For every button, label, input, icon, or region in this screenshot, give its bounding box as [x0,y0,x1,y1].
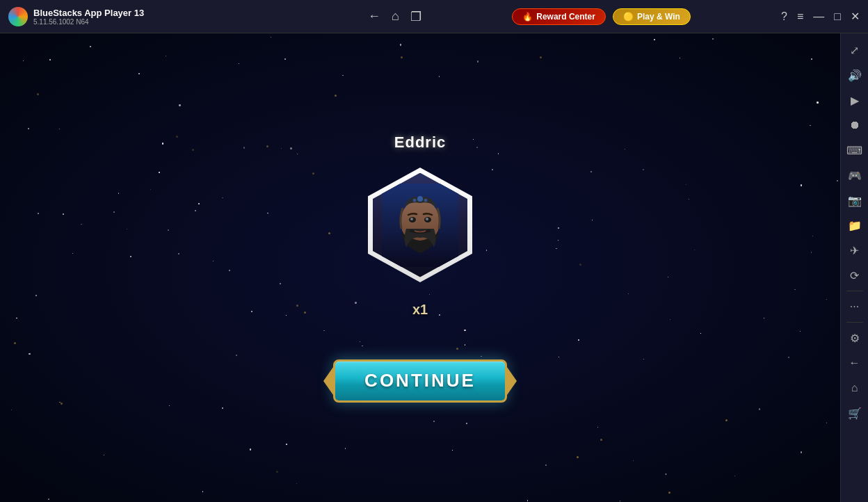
gamepad-sidebar-icon[interactable]: 🎮 [844,164,866,186]
play-win-button[interactable]: 🟡 Play & Win [613,8,691,25]
folder-sidebar-icon[interactable]: 📁 [844,214,866,236]
camera-sidebar-icon[interactable]: 📷 [844,189,866,211]
fullscreen-sidebar-icon[interactable]: ⤢ [844,39,866,61]
maximize-icon[interactable]: □ [834,10,841,23]
top-bar-center: 🔥 Reward Center 🟡 Play & Win [430,8,773,25]
character-portrait [382,184,458,267]
settings-sidebar-icon[interactable]: ⚙ [844,327,866,349]
continue-button[interactable]: CONTINUE [333,359,507,403]
menu-icon[interactable]: ≡ [797,10,803,23]
continue-button-label: CONTINUE [364,370,476,391]
app-subtitle: 5.11.56.1002 N64 [33,18,144,26]
home-sidebar-icon[interactable]: ⌂ [844,377,866,399]
help-icon[interactable]: ? [781,10,787,23]
top-bar-nav: ← ⌂ ❐ [360,9,430,24]
sidebar-divider [846,291,863,291]
more-sidebar-icon[interactable]: ··· [844,295,866,318]
continue-right-arrow [507,367,517,395]
bluestacks-logo [8,7,28,26]
top-bar-left: BlueStacks App Player 13 5.11.56.1002 N6… [0,7,360,26]
main-game-area: Eddric [0,33,840,502]
top-bar-right: ? ≡ — □ ✕ [773,10,868,23]
fire-icon: 🔥 [522,12,533,22]
back-nav-icon[interactable]: ← [368,9,380,24]
svg-point-8 [413,198,417,202]
svg-point-6 [426,218,428,220]
store-sidebar-icon[interactable]: 🛒 [844,402,866,424]
app-title: BlueStacks App Player 13 [33,8,144,18]
reward-center-label: Reward Center [536,12,595,22]
minimize-icon[interactable]: — [813,10,824,23]
continue-left-arrow [323,367,333,395]
multitask-nav-icon[interactable]: ❐ [410,9,421,24]
character-card [364,163,476,288]
home-nav-icon[interactable]: ⌂ [392,9,399,24]
top-bar: BlueStacks App Player 13 5.11.56.1002 N6… [0,0,868,33]
keyboard-sidebar-icon[interactable]: ⌨ [844,139,866,161]
volume-sidebar-icon[interactable]: 🔊 [844,64,866,86]
character-name: Eddric [394,133,446,152]
reward-center-button[interactable]: 🔥 Reward Center [512,8,606,25]
play-win-label: Play & Win [637,12,680,22]
coin-icon: 🟡 [623,12,634,22]
record-sidebar-icon[interactable]: ⏺ [844,114,866,136]
hex-inner [373,173,467,277]
play-sidebar-icon[interactable]: ▶ [844,89,866,111]
sidebar-divider-2 [846,322,863,323]
quantity-label: x1 [412,302,428,318]
right-sidebar: ⤢ 🔊 ▶ ⏺ ⌨ 🎮 📷 📁 ✈ ⟳ ··· ⚙ ← ⌂ 🛒 [840,33,868,502]
game-content: Eddric [0,33,840,502]
close-icon[interactable]: ✕ [851,10,860,23]
back-sidebar-icon[interactable]: ← [844,352,866,374]
svg-point-9 [424,198,428,202]
hex-outer [368,168,472,282]
airplane-sidebar-icon[interactable]: ✈ [844,239,866,261]
svg-point-5 [410,218,413,220]
rotate-sidebar-icon[interactable]: ⟳ [844,264,866,286]
app-title-block: BlueStacks App Player 13 5.11.56.1002 N6… [33,8,144,26]
svg-point-7 [417,196,423,202]
